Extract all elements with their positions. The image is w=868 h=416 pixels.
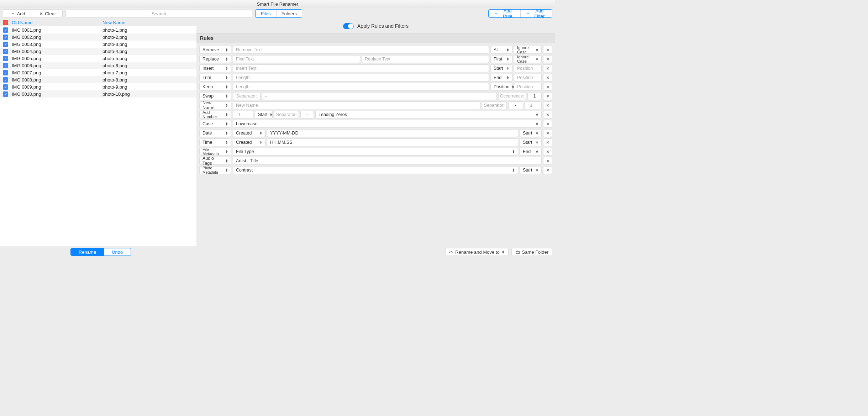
clear-button[interactable]: ✕Clear bbox=[33, 10, 63, 17]
remove-rule-button[interactable]: ✕ bbox=[543, 138, 552, 146]
anchor-select[interactable]: Start▲▼ bbox=[490, 64, 512, 72]
rule-type-select[interactable]: File Metadata▲▼ bbox=[199, 148, 231, 156]
table-row[interactable]: ✓IMG 0008.pngphoto-8.png bbox=[0, 76, 196, 83]
table-row[interactable]: ✓IMG 0007.pngphoto-7.png bbox=[0, 69, 196, 76]
undo-button[interactable]: Undo bbox=[104, 248, 131, 256]
row-checkbox[interactable]: ✓ bbox=[3, 63, 8, 68]
remove-rule-button[interactable]: ✕ bbox=[543, 120, 552, 128]
table-row[interactable]: ✓IMG 0003.pngphoto-3.png bbox=[0, 41, 196, 48]
new-name-header[interactable]: New Name bbox=[102, 20, 125, 25]
start-num-input[interactable]: ↑1 bbox=[525, 101, 542, 109]
date-source-select[interactable]: Created▲▼ bbox=[233, 129, 265, 137]
separator-input[interactable]: - bbox=[508, 101, 523, 109]
anchor-select[interactable]: Position▲▼ bbox=[490, 83, 512, 91]
rule-type-select[interactable]: Trim▲▼ bbox=[199, 74, 231, 81]
start-num-input[interactable]: ↑1 bbox=[233, 111, 253, 119]
table-row[interactable]: ✓IMG 0009.pngphoto-9.png bbox=[0, 83, 196, 90]
rule-type-select[interactable]: Keep▲▼ bbox=[199, 83, 231, 91]
rule-type-select[interactable]: Remove▲▼ bbox=[199, 46, 231, 54]
remove-rule-button[interactable]: ✕ bbox=[543, 55, 552, 63]
case-select[interactable]: Ignore Case▲▼ bbox=[514, 55, 542, 63]
row-checkbox[interactable]: ✓ bbox=[3, 49, 8, 54]
separator-input[interactable]: - bbox=[262, 92, 497, 100]
rule-type-select[interactable]: Photo Metadata▲▼ bbox=[199, 166, 231, 174]
remove-rule-button[interactable]: ✕ bbox=[543, 111, 552, 119]
remove-rule-button[interactable]: ✕ bbox=[543, 92, 552, 100]
remove-rule-button[interactable]: ✕ bbox=[543, 166, 552, 174]
length-input[interactable]: Length bbox=[233, 74, 489, 81]
replace-text-input[interactable]: Replace Text bbox=[362, 55, 489, 63]
audio-format-input[interactable]: Artist - Title bbox=[233, 157, 542, 165]
rule-type-select[interactable]: Date▲▼ bbox=[199, 129, 231, 137]
table-row[interactable]: ✓IMG 0006.pngphoto-6.png bbox=[0, 62, 196, 69]
scope-select[interactable]: First▲▼ bbox=[490, 55, 512, 63]
old-name-header[interactable]: Old Name bbox=[12, 20, 102, 25]
add-rule-button[interactable]: ＋Add Rule bbox=[489, 10, 520, 17]
scope-select[interactable]: All▲▼ bbox=[490, 46, 512, 54]
folder-select[interactable]: 🗀Same Folder bbox=[511, 248, 552, 256]
rename-button[interactable]: Rename bbox=[71, 248, 104, 256]
position-input[interactable]: Position bbox=[514, 64, 542, 72]
case-select[interactable]: Ignore Case▲▼ bbox=[514, 46, 542, 54]
rule-type-select[interactable]: New Name▲▼ bbox=[199, 101, 231, 109]
position-input[interactable]: Position bbox=[514, 74, 542, 81]
remove-rule-button[interactable]: ✕ bbox=[543, 129, 552, 137]
row-checkbox[interactable]: ✓ bbox=[3, 84, 8, 90]
row-checkbox[interactable]: ✓ bbox=[3, 27, 8, 33]
find-text-input[interactable]: Find Text bbox=[233, 55, 360, 63]
add-button[interactable]: ＋Add bbox=[3, 10, 33, 17]
rule-type-select[interactable]: Insert▲▼ bbox=[199, 64, 231, 72]
rule-type-select[interactable]: Add Number▲▼ bbox=[199, 111, 231, 119]
case-mode-select[interactable]: Lowercase▲▼ bbox=[233, 120, 542, 128]
date-format-input[interactable]: YYYY-MM-DD bbox=[267, 129, 518, 137]
separator-input[interactable]: - bbox=[300, 111, 314, 119]
apply-toggle[interactable] bbox=[343, 23, 354, 29]
rule-type-select[interactable]: Audio Tags▲▼ bbox=[199, 157, 231, 165]
occurrence-input[interactable]: 1 bbox=[527, 92, 542, 100]
table-row[interactable]: ✓IMG 0001.pngphoto-1.png bbox=[0, 26, 196, 33]
leading-zeros-select[interactable]: Leading Zeros▲▼ bbox=[315, 111, 542, 119]
anchor-select[interactable]: End▲▼ bbox=[490, 74, 512, 81]
remove-rule-button[interactable]: ✕ bbox=[543, 101, 552, 109]
meta-field-select[interactable]: File Type▲▼ bbox=[233, 148, 518, 156]
position-input[interactable]: Position bbox=[514, 83, 542, 91]
newname-input[interactable]: New Name bbox=[233, 101, 480, 109]
tab-files[interactable]: Files bbox=[256, 10, 276, 17]
table-row[interactable]: ✓IMG 0002.pngphoto-2.png bbox=[0, 33, 196, 41]
table-row[interactable]: ✓IMG 0005.pngphoto-5.png bbox=[0, 55, 196, 62]
anchor-select[interactable]: Start▲▼ bbox=[255, 111, 273, 119]
row-checkbox[interactable]: ✓ bbox=[3, 70, 8, 75]
time-format-input[interactable]: HH.MM.SS bbox=[267, 138, 518, 146]
rule-type-select[interactable]: Time▲▼ bbox=[199, 138, 231, 146]
rename-move-select[interactable]: ➪Rename and Move to▲▼ bbox=[445, 248, 508, 256]
remove-rule-button[interactable]: ✕ bbox=[543, 157, 552, 165]
rule-type-select[interactable]: Swap▲▼ bbox=[199, 92, 231, 100]
row-checkbox[interactable]: ✓ bbox=[3, 56, 8, 61]
tab-folders[interactable]: Folders bbox=[276, 10, 302, 17]
anchor-select[interactable]: Start▲▼ bbox=[520, 166, 542, 174]
table-row[interactable]: ✓IMG 0010.pngphoto-10.png bbox=[0, 90, 196, 98]
row-checkbox[interactable]: ✓ bbox=[3, 91, 8, 97]
anchor-select[interactable]: End▲▼ bbox=[520, 148, 542, 156]
table-row[interactable]: ✓IMG 0004.pngphoto-4.png bbox=[0, 48, 196, 55]
add-filter-button[interactable]: ＋Add Filter bbox=[520, 10, 552, 17]
length-input[interactable]: Length bbox=[233, 83, 489, 91]
time-source-select[interactable]: Created▲▼ bbox=[233, 138, 265, 146]
remove-rule-button[interactable]: ✕ bbox=[543, 148, 552, 156]
row-checkbox[interactable]: ✓ bbox=[3, 42, 8, 47]
rule-type-select[interactable]: Replace▲▼ bbox=[199, 55, 231, 63]
remove-text-input[interactable]: Remove Text bbox=[233, 46, 489, 54]
search-input[interactable]: Search bbox=[65, 10, 252, 17]
photo-field-select[interactable]: Contrast▲▼ bbox=[233, 166, 518, 174]
select-all-checkbox[interactable]: ✓ bbox=[3, 20, 8, 25]
row-checkbox[interactable]: ✓ bbox=[3, 77, 8, 83]
row-checkbox[interactable]: ✓ bbox=[3, 35, 8, 40]
anchor-select[interactable]: Start▲▼ bbox=[520, 129, 542, 137]
anchor-select[interactable]: Start▲▼ bbox=[520, 138, 542, 146]
remove-rule-button[interactable]: ✕ bbox=[543, 64, 552, 72]
remove-rule-button[interactable]: ✕ bbox=[543, 46, 552, 54]
remove-rule-button[interactable]: ✕ bbox=[543, 83, 552, 91]
remove-rule-button[interactable]: ✕ bbox=[543, 74, 552, 81]
rule-type-select[interactable]: Case▲▼ bbox=[199, 120, 231, 128]
insert-text-input[interactable]: Insert Text bbox=[233, 64, 489, 72]
